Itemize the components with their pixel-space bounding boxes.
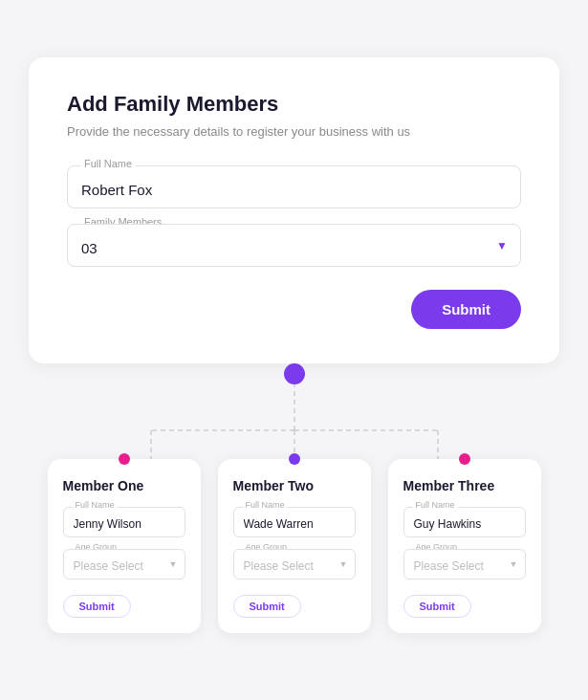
main-card: Add Family Members Provide the necessary… bbox=[29, 57, 559, 363]
full-name-label: Full Name bbox=[80, 158, 136, 169]
family-members-select[interactable]: 03 01 02 04 05 bbox=[67, 224, 521, 267]
member-two-name-input[interactable] bbox=[233, 507, 356, 537]
member-three-submit-button[interactable]: Submit bbox=[403, 595, 471, 618]
full-name-field-group: Full Name bbox=[67, 165, 521, 208]
member-two-age-select-wrapper: Please Select Child Teen Adult Senior ▼ bbox=[233, 549, 356, 580]
member-two-name-group: Full Name bbox=[233, 507, 356, 537]
page-title: Add Family Members bbox=[67, 92, 521, 117]
family-members-select-wrapper: 03 01 02 04 05 ▼ bbox=[67, 224, 521, 267]
member-one-submit-button[interactable]: Submit bbox=[63, 595, 131, 618]
member-three-name-label: Full Name bbox=[413, 500, 458, 510]
member-two-age-select[interactable]: Please Select Child Teen Adult Senior bbox=[233, 549, 356, 580]
page-subtitle: Provide the necessary details to registe… bbox=[67, 124, 521, 139]
member-one-name-input[interactable] bbox=[63, 507, 185, 537]
family-members-field-group: Family Members 03 01 02 04 05 ▼ bbox=[67, 224, 521, 267]
full-name-input[interactable] bbox=[67, 165, 521, 208]
member-two-title: Member Two bbox=[233, 478, 356, 493]
member-three-age-select-wrapper: Please Select Child Teen Adult Senior ▼ bbox=[403, 549, 526, 580]
submit-row: Submit bbox=[67, 282, 521, 329]
tree-root-dot bbox=[284, 363, 305, 384]
member-three-age-group: Age Group Please Select Child Teen Adult… bbox=[403, 549, 526, 580]
member-one-age-select-wrapper: Please Select Child Teen Adult Senior ▼ bbox=[63, 549, 185, 580]
submit-button[interactable]: Submit bbox=[411, 290, 521, 329]
member-two-name-label: Full Name bbox=[243, 500, 288, 510]
member-one-age-group: Age Group Please Select Child Teen Adult… bbox=[63, 549, 185, 580]
member-two-dot bbox=[289, 453, 300, 465]
member-two-submit-button[interactable]: Submit bbox=[233, 595, 301, 618]
member-three-title: Member Three bbox=[403, 478, 526, 493]
member-card-three: Member Three Full Name Age Group Please … bbox=[388, 459, 541, 633]
member-three-dot bbox=[459, 453, 470, 465]
member-one-name-group: Full Name bbox=[63, 507, 185, 537]
member-three-name-input[interactable] bbox=[403, 507, 526, 537]
member-three-age-select[interactable]: Please Select Child Teen Adult Senior bbox=[403, 549, 526, 580]
tree-section: Member One Full Name Age Group Please Se… bbox=[29, 363, 559, 652]
member-one-title: Member One bbox=[63, 478, 185, 493]
members-row: Member One Full Name Age Group Please Se… bbox=[48, 459, 541, 652]
member-card-one: Member One Full Name Age Group Please Se… bbox=[48, 459, 201, 633]
member-two-age-group: Age Group Please Select Child Teen Adult… bbox=[233, 549, 356, 580]
member-one-name-label: Full Name bbox=[73, 500, 118, 510]
member-three-name-group: Full Name bbox=[403, 507, 526, 537]
member-one-dot bbox=[119, 453, 130, 465]
member-one-age-select[interactable]: Please Select Child Teen Adult Senior bbox=[63, 549, 185, 580]
member-card-two: Member Two Full Name Age Group Please Se… bbox=[218, 459, 371, 633]
